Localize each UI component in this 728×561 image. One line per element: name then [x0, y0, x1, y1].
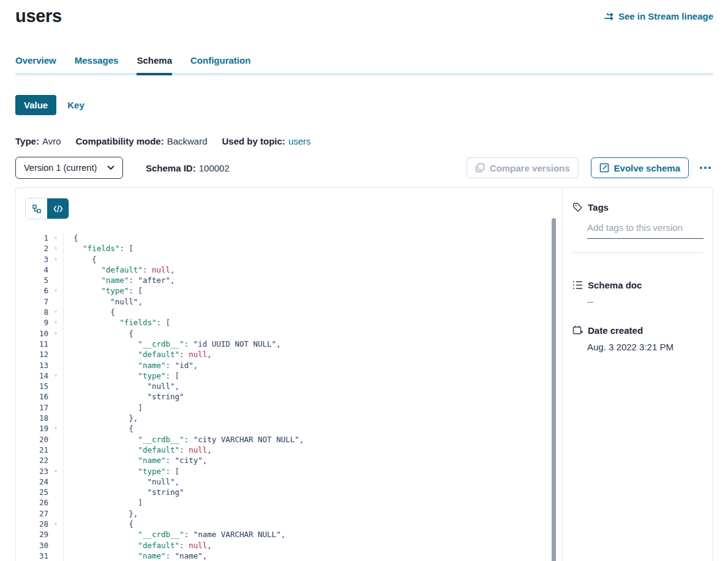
code-view-button[interactable]	[47, 198, 69, 219]
fold-spacer	[48, 529, 63, 540]
line-number: 20	[25, 434, 48, 445]
line-number: 23	[25, 466, 48, 476]
code-text: "type": [	[63, 371, 562, 381]
value-toggle-button[interactable]: Value	[15, 95, 56, 115]
code-text: "default": null,	[63, 540, 562, 551]
code-line: 25 "string"	[25, 487, 562, 497]
tab-configuration[interactable]: Configuration	[190, 55, 250, 73]
fold-arrow-icon[interactable]: ▾	[48, 317, 63, 328]
line-number: 19	[25, 423, 48, 434]
code-text: "default": null,	[63, 349, 562, 360]
fold-spacer	[48, 434, 63, 445]
type-value: Avro	[42, 136, 61, 146]
page-title: users	[15, 6, 62, 26]
tab-schema[interactable]: Schema	[137, 55, 172, 73]
tree-view-button[interactable]	[26, 198, 47, 219]
code-text: "string"	[63, 391, 562, 402]
line-number: 15	[25, 381, 48, 391]
code-scrollbar-thumb[interactable]	[552, 218, 556, 561]
code-line: 5 "name": "after",	[25, 275, 562, 285]
code-line: 3▾ {	[25, 254, 562, 265]
fold-arrow-icon[interactable]: ▾	[48, 519, 63, 529]
line-number: 31	[25, 551, 48, 561]
code-text: },	[63, 413, 562, 423]
chevron-down-icon	[107, 165, 114, 170]
line-number: 30	[25, 540, 48, 551]
code-text: "name": "city",	[63, 455, 562, 465]
line-number: 27	[25, 508, 48, 519]
fold-arrow-icon[interactable]: ▾	[48, 328, 63, 339]
key-toggle-button[interactable]: Key	[67, 100, 84, 110]
fold-arrow-icon[interactable]: ▾	[48, 285, 63, 296]
fold-arrow-icon[interactable]: ▾	[48, 307, 63, 317]
code-text: "null",	[63, 381, 562, 391]
fold-spacer	[48, 275, 63, 285]
code-line: 8▾ {	[25, 307, 562, 317]
topic-label: Used by topic:	[222, 136, 285, 146]
schema-doc-heading-label: Schema doc	[588, 280, 642, 290]
code-line: 28▾ {	[25, 519, 562, 529]
fold-arrow-icon[interactable]: ▾	[48, 371, 63, 381]
code-line: 14▾ "type": [	[25, 371, 562, 381]
evolve-schema-button[interactable]: Evolve schema	[591, 157, 689, 178]
schema-panel: 1▾{2▾ "fields": [3▾ {4 "default": null,5…	[15, 187, 713, 561]
line-number: 13	[25, 360, 48, 371]
fold-arrow-icon[interactable]: ▾	[48, 423, 63, 434]
code-line: 16 "string"	[25, 391, 562, 402]
see-in-stream-lineage-link[interactable]: See in Stream lineage	[604, 11, 713, 21]
tab-overview[interactable]: Overview	[15, 55, 56, 73]
tags-heading-label: Tags	[588, 202, 609, 213]
tags-section-heading: Tags	[572, 202, 704, 213]
code-text: {	[63, 254, 562, 265]
line-number: 18	[25, 413, 48, 423]
calendar-add-icon	[572, 325, 583, 336]
add-tags-input[interactable]	[587, 222, 704, 239]
topic-link[interactable]: users	[288, 136, 311, 146]
code-line: 11 "__crdb__": "id UUID NOT NULL",	[25, 339, 562, 349]
fold-spacer	[48, 296, 63, 307]
type-label: Type:	[15, 136, 39, 146]
code-line: 19▾ {	[25, 423, 562, 434]
version-select[interactable]: Version 1 (current)	[15, 157, 123, 179]
tag-icon	[572, 202, 583, 213]
code-text: {	[63, 519, 562, 529]
line-number: 12	[25, 349, 48, 360]
fold-arrow-icon[interactable]: ▾	[48, 243, 63, 254]
code-line: 21 "default": null,	[25, 445, 562, 455]
code-line: 13 "name": "id",	[25, 360, 562, 371]
line-number: 11	[25, 339, 48, 349]
tab-messages[interactable]: Messages	[75, 55, 119, 73]
fold-spacer	[48, 487, 63, 497]
code-line: 6▾ "type": [	[25, 285, 562, 296]
line-number: 8	[25, 307, 48, 317]
schema-page: users See in Stream lineage Overview Mes…	[0, 0, 728, 561]
line-number: 2	[25, 243, 48, 254]
code-line: 17 ]	[25, 402, 562, 413]
code-line: 26 ]	[25, 497, 562, 508]
code-line: 15 "null",	[25, 381, 562, 391]
code-text: "string"	[63, 487, 562, 497]
fold-spacer	[48, 391, 63, 402]
code-lines: 1▾{2▾ "fields": [3▾ {4 "default": null,5…	[25, 233, 562, 561]
fold-spacer	[48, 339, 63, 349]
lineage-link-label: See in Stream lineage	[618, 11, 713, 21]
code-text: {	[63, 328, 562, 339]
code-text: {	[63, 307, 562, 317]
code-line: 24 "null",	[25, 476, 562, 487]
fold-spacer	[48, 445, 63, 455]
line-number: 5	[25, 275, 48, 285]
fold-spacer	[48, 551, 63, 561]
line-number: 29	[25, 529, 48, 540]
code-text: "__crdb__": "city VARCHAR NOT NULL",	[63, 434, 562, 445]
more-options-button[interactable]	[697, 163, 713, 173]
code-line: 4 "default": null,	[25, 265, 562, 275]
code-text: "name": "after",	[63, 275, 562, 285]
fold-spacer	[48, 402, 63, 413]
fold-spacer	[48, 360, 63, 371]
fold-arrow-icon[interactable]: ▾	[48, 233, 63, 243]
compare-versions-button[interactable]: Compare versions	[467, 157, 579, 178]
code-line: 22 "name": "city",	[25, 455, 562, 465]
fold-arrow-icon[interactable]: ▾	[48, 254, 63, 265]
fold-arrow-icon[interactable]: ▾	[48, 466, 63, 476]
schema-code-column: 1▾{2▾ "fields": [3▾ {4 "default": null,5…	[16, 188, 562, 561]
